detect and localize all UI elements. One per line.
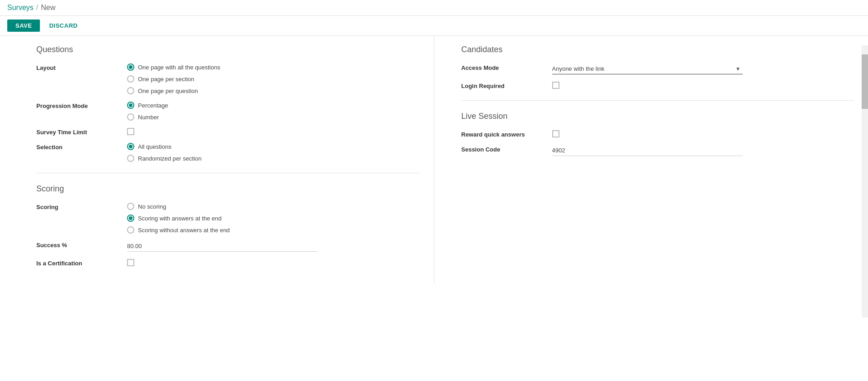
scoring-label-none: No scoring xyxy=(138,203,166,210)
reward-control xyxy=(552,130,855,137)
login-required-checkbox[interactable] xyxy=(552,82,559,89)
selection-option-random[interactable]: Randomized per section xyxy=(127,155,420,162)
layout-label-all: One page with all the questions xyxy=(138,64,220,71)
layout-row: Layout One page with all the questions O… xyxy=(36,64,420,94)
scoring-section: Scoring Scoring No scoring Scoring with … xyxy=(36,184,420,267)
layout-label: Layout xyxy=(36,64,118,71)
live-session-section: Live Session Reward quick answers Sessio… xyxy=(461,112,855,156)
scoring-radio-no-answers[interactable] xyxy=(127,226,134,234)
success-percent-input[interactable] xyxy=(127,241,318,252)
scoring-label-end: Scoring with answers at the end xyxy=(138,215,221,222)
success-percent-row: Success % xyxy=(36,241,420,252)
right-divider xyxy=(461,100,855,101)
layout-radio-section[interactable] xyxy=(127,75,134,83)
session-code-control xyxy=(552,145,855,156)
success-percent-label: Success % xyxy=(36,241,118,249)
session-code-input[interactable] xyxy=(552,145,743,156)
layout-label-question: One page per question xyxy=(138,88,198,94)
success-percent-control xyxy=(127,241,420,252)
certification-checkbox-wrapper[interactable] xyxy=(127,259,420,266)
login-required-label: Login Required xyxy=(461,82,543,89)
time-limit-row: Survey Time Limit xyxy=(36,128,420,136)
progression-option-number[interactable]: Number xyxy=(127,113,420,121)
reward-checkbox-wrapper[interactable] xyxy=(552,130,855,137)
certification-control xyxy=(127,259,420,266)
access-mode-label: Access Mode xyxy=(461,64,543,71)
scoring-option-none[interactable]: No scoring xyxy=(127,203,420,210)
right-panel: Candidates Access Mode Anyone with the l… xyxy=(434,36,868,283)
selection-label: Selection xyxy=(36,143,118,151)
save-button[interactable]: SAVE xyxy=(7,20,40,32)
top-bar: Surveys / New xyxy=(0,0,868,16)
scoring-option-end[interactable]: Scoring with answers at the end xyxy=(127,215,420,222)
selection-row: Selection All questions Randomized per s… xyxy=(36,143,420,162)
progression-radio-percentage[interactable] xyxy=(127,102,134,109)
live-session-section-title: Live Session xyxy=(461,112,855,121)
access-mode-control: Anyone with the link Invitation only All… xyxy=(552,64,855,74)
progression-radio-number[interactable] xyxy=(127,113,134,121)
layout-option-question[interactable]: One page per question xyxy=(127,87,420,94)
main-content: Questions Layout One page with all the q… xyxy=(0,36,868,283)
scoring-label: Scoring xyxy=(36,203,118,210)
progression-option-percentage[interactable]: Percentage xyxy=(127,102,420,109)
reward-label: Reward quick answers xyxy=(461,130,543,138)
scoring-section-title: Scoring xyxy=(36,184,420,194)
scoring-option-no-answers[interactable]: Scoring without answers at the end xyxy=(127,226,420,234)
layout-options: One page with all the questions One page… xyxy=(127,64,420,94)
selection-label-random: Randomized per section xyxy=(138,155,201,162)
time-limit-checkbox-wrapper[interactable] xyxy=(127,128,420,135)
selection-radio-random[interactable] xyxy=(127,155,134,162)
scrollbar-thumb[interactable] xyxy=(862,54,868,109)
left-panel: Questions Layout One page with all the q… xyxy=(0,36,434,283)
session-code-label: Session Code xyxy=(461,145,543,153)
left-divider xyxy=(36,173,420,173)
breadcrumb-separator: / xyxy=(36,4,38,12)
layout-radio-all[interactable] xyxy=(127,64,134,71)
access-mode-select[interactable]: Anyone with the link Invitation only All… xyxy=(552,64,743,74)
candidates-section: Candidates Access Mode Anyone with the l… xyxy=(461,45,855,89)
breadcrumb-surveys[interactable]: Surveys xyxy=(7,4,34,12)
time-limit-label: Survey Time Limit xyxy=(36,128,118,136)
time-limit-control xyxy=(127,128,420,135)
discard-button[interactable]: DISCARD xyxy=(44,20,83,32)
selection-option-all[interactable]: All questions xyxy=(127,143,420,150)
certification-checkbox[interactable] xyxy=(127,259,134,266)
progression-label: Progression Mode xyxy=(36,102,118,109)
scoring-label-no-answers: Scoring without answers at the end xyxy=(138,227,230,234)
scoring-row: Scoring No scoring Scoring with answers … xyxy=(36,203,420,234)
scrollbar-track[interactable] xyxy=(862,45,868,318)
reward-row: Reward quick answers xyxy=(461,130,855,138)
login-required-checkbox-wrapper[interactable] xyxy=(552,82,855,89)
layout-radio-question[interactable] xyxy=(127,87,134,94)
progression-label-percentage: Percentage xyxy=(138,102,168,109)
scoring-radio-end[interactable] xyxy=(127,215,134,222)
layout-option-section[interactable]: One page per section xyxy=(127,75,420,83)
selection-options: All questions Randomized per section xyxy=(127,143,420,162)
candidates-section-title: Candidates xyxy=(461,45,855,54)
layout-label-section: One page per section xyxy=(138,76,194,83)
reward-checkbox[interactable] xyxy=(552,130,559,137)
selection-label-all: All questions xyxy=(138,143,172,150)
questions-section-title: Questions xyxy=(36,45,420,54)
selection-radio-all[interactable] xyxy=(127,143,134,150)
progression-row: Progression Mode Percentage Number xyxy=(36,102,420,121)
progression-options: Percentage Number xyxy=(127,102,420,121)
login-required-row: Login Required xyxy=(461,82,855,89)
access-mode-row: Access Mode Anyone with the link Invitat… xyxy=(461,64,855,74)
questions-section: Questions Layout One page with all the q… xyxy=(36,45,420,162)
access-mode-select-wrapper[interactable]: Anyone with the link Invitation only All… xyxy=(552,64,743,74)
breadcrumb-current: New xyxy=(41,4,55,12)
progression-label-number: Number xyxy=(138,114,159,121)
certification-row: Is a Certification xyxy=(36,259,420,267)
scoring-options: No scoring Scoring with answers at the e… xyxy=(127,203,420,234)
certification-label: Is a Certification xyxy=(36,259,118,267)
time-limit-checkbox[interactable] xyxy=(127,128,134,135)
action-bar: SAVE DISCARD xyxy=(0,16,868,36)
breadcrumb: Surveys / New xyxy=(7,4,55,12)
session-code-row: Session Code xyxy=(461,145,855,156)
login-required-control xyxy=(552,82,855,89)
layout-option-all[interactable]: One page with all the questions xyxy=(127,64,420,71)
scoring-radio-none[interactable] xyxy=(127,203,134,210)
